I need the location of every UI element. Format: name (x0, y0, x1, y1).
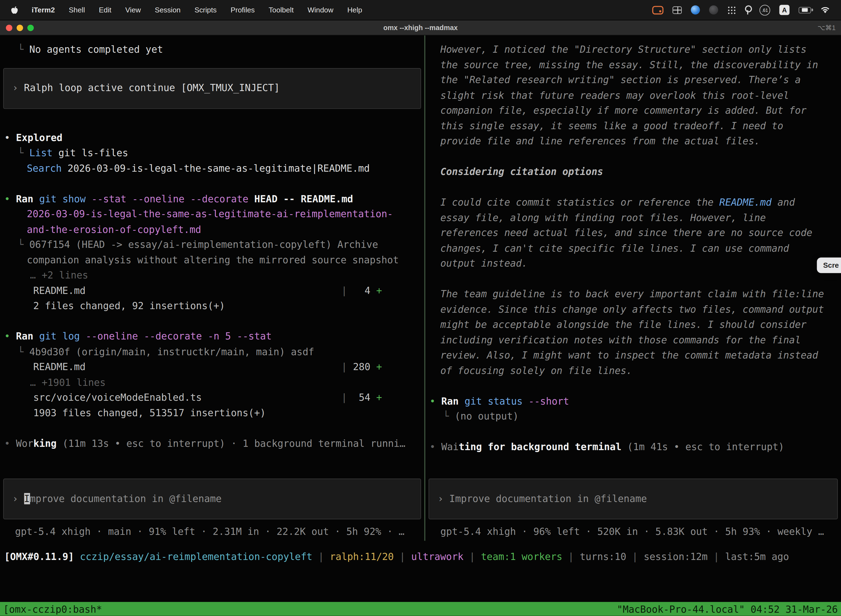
window-grid-icon[interactable] (673, 6, 682, 13)
text-segment: team:1 workers (481, 551, 562, 562)
minimize-button[interactable] (16, 24, 23, 31)
terminal-line: └ List git ls-files (0, 145, 424, 161)
terminal-line: └ (no output) (425, 409, 841, 424)
dots-grid-icon[interactable] (727, 6, 736, 14)
left-terminal-pane[interactable]: └ No agents completed yet› Ralph loop ac… (0, 35, 424, 541)
text-segment: └ (18, 346, 29, 357)
terminal-line: output instead. (425, 256, 841, 271)
blank-line (0, 176, 424, 191)
terminal-line: Considering citation options (425, 164, 841, 179)
text-cursor: I (24, 493, 30, 504)
menu-item-scripts[interactable]: Scripts (188, 6, 224, 14)
cpu-gauge-icon[interactable]: .61 (760, 5, 771, 15)
right-terminal-pane[interactable]: However, I noticed the "Directory Struct… (424, 35, 841, 541)
text-segment: No agents completed yet (29, 43, 163, 55)
menu-item-profiles[interactable]: Profiles (224, 6, 262, 14)
text-segment: └ (18, 147, 29, 158)
text-segment: Ran (16, 330, 34, 342)
text-segment: references need actual files, and since … (440, 227, 812, 238)
model-status-line: gpt-5.4 xhigh · main · 91% left · 2.31M … (0, 522, 424, 541)
text-segment: README.md (34, 361, 86, 372)
dark-app-icon[interactable] (709, 5, 718, 14)
text-segment: • (4, 330, 16, 342)
terminal-line: • Ran git log --oneline --decorate -n 5 … (0, 329, 424, 344)
text-segment: gpt-5.4 xhigh · main · 91% left · 2.31M … (15, 526, 404, 537)
text-segment: git show (34, 193, 86, 204)
prompt-input[interactable]: › Improve documentation in @filename (3, 478, 421, 519)
blank-line (425, 271, 841, 286)
text-segment: | (341, 285, 347, 296)
terminal-line: • Waiting for background terminal (1m 41… (425, 439, 841, 455)
text-segment: … +1901 lines (30, 377, 105, 388)
terminal-line: However, I noticed the "Directory Struct… (425, 42, 841, 57)
input-source-icon[interactable]: A (779, 5, 790, 15)
menu-item-edit[interactable]: Edit (92, 6, 119, 14)
zoom-button[interactable] (27, 24, 34, 31)
battery-fill (802, 8, 807, 12)
text-segment: including verification notes with those … (440, 334, 801, 345)
close-button[interactable] (6, 24, 12, 31)
text-segment: mprove documentation in @filename (30, 493, 221, 504)
text-segment: └ (18, 239, 29, 250)
text-segment (202, 392, 341, 403)
terminal-line: └ 4b9d30f (origin/main, instructkr/main,… (0, 344, 424, 359)
menu-item-help[interactable]: Help (340, 6, 369, 14)
terminal-line: • Working (11m 13s • esc to interrupt) ·… (0, 436, 424, 451)
terminal-line: README.md | 280 + (0, 359, 424, 374)
terminal-line: Search 2026-03-09-is-legal-the-same-as-l… (0, 161, 424, 176)
blank-line (425, 424, 841, 439)
text-segment: and-the-erosion-of-copyleft.md (27, 224, 201, 235)
terminal-line: and-the-erosion-of-copyleft.md (0, 222, 424, 237)
text-segment: king (34, 437, 57, 449)
blank-line (0, 421, 424, 436)
text-segment: | (626, 551, 644, 562)
text-segment: + (376, 392, 382, 403)
blue-app-icon[interactable] (691, 5, 700, 14)
terminal-line: slight risk that future readers may over… (425, 88, 841, 103)
menu-item-toolbelt[interactable]: Toolbelt (262, 6, 300, 14)
terminal-line: the source tree, missing the essay. Stil… (425, 57, 841, 72)
text-segment: I could cite commit statistics or refere… (440, 196, 719, 208)
screen-recording-icon[interactable] (652, 6, 664, 14)
terminal-line: companion analysis without altering the … (0, 252, 424, 268)
terminal-line: 2 files changed, 92 insertions(+) (0, 298, 424, 314)
key-icon[interactable] (745, 5, 750, 14)
text-segment: • (429, 441, 441, 452)
text-segment: … +2 lines (30, 269, 88, 281)
prompt-input[interactable]: › Improve documentation in @filename (428, 478, 838, 519)
battery-icon[interactable] (799, 7, 811, 13)
text-segment: might be acceptable alongside the file l… (440, 319, 806, 330)
screen: iTerm2ShellEditViewSessionScriptsProfile… (0, 0, 841, 616)
text-segment: README.md (34, 285, 86, 296)
screen-notification[interactable]: Scre (817, 258, 841, 273)
wifi-icon[interactable] (820, 6, 830, 14)
text-segment: └ (18, 43, 29, 55)
prompt-input-line: › Improve documentation in @filename (12, 491, 221, 506)
menu-item-iterm2[interactable]: iTerm2 (25, 6, 62, 14)
menu-item-shell[interactable]: Shell (62, 6, 92, 14)
menu-item-session[interactable]: Session (148, 6, 188, 14)
terminal-line: essay file, along with finding root file… (425, 210, 841, 225)
terminal-line: I could cite commit statistics or refere… (425, 195, 841, 210)
terminal-line: provide file and line references from th… (425, 133, 841, 149)
text-segment: (11m 13s • esc to interrupt) · 1 backgro… (57, 437, 405, 449)
text-segment: evidence. Since this change only affects… (440, 303, 824, 315)
window-shortcut-badge: ⌥⌘1 (818, 24, 841, 32)
terminal-line: › Ralph loop active continue [OMX_TMUX_I… (12, 81, 280, 96)
terminal-line: … +2 lines (0, 268, 424, 283)
text-segment: (1m 41s • esc to interrupt) (621, 441, 784, 452)
text-segment: of focusing solely on file lines. (440, 365, 632, 376)
tmux-session-window[interactable]: [omx-cczip0:bash* (3, 603, 102, 615)
terminal-line: companion file, especially if more comme… (425, 103, 841, 118)
text-segment: | (394, 551, 411, 562)
tmux-panes: └ No agents completed yet› Ralph loop ac… (0, 35, 841, 541)
apple-menu-icon[interactable] (6, 6, 25, 14)
text-segment: the "Related research writing" section i… (440, 74, 801, 85)
menu-item-window[interactable]: Window (300, 6, 340, 14)
text-segment: › (438, 493, 449, 504)
text-segment: ralph:11/20 (330, 551, 394, 562)
menu-item-view[interactable]: View (119, 6, 148, 14)
window-title-bar[interactable]: omx --xhigh --madmax ⌥⌘1 (0, 21, 841, 35)
cpu-gauge-value: .61 (762, 7, 768, 12)
text-segment: output instead. (440, 258, 527, 269)
